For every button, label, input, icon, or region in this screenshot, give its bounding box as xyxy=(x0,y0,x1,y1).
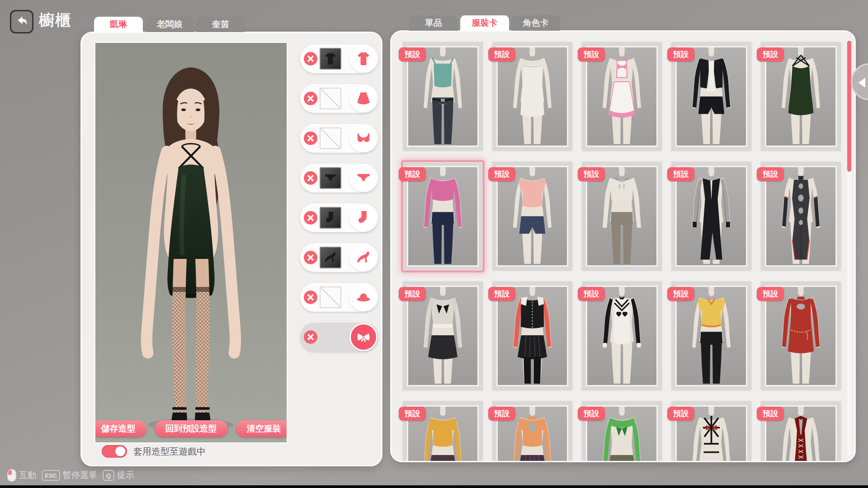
preset-badge: 預設 xyxy=(399,167,426,181)
sock-icon[interactable] xyxy=(349,204,377,232)
outfit-card-9[interactable]: 預設 xyxy=(670,161,752,272)
tab-character-2[interactable]: 奎茵 xyxy=(196,17,245,32)
outfit-card-11[interactable]: 預設 xyxy=(402,281,484,391)
outfit-card-14[interactable]: 預設 xyxy=(670,281,752,391)
remove-skirt-button[interactable] xyxy=(304,92,317,105)
outfit-card-12[interactable]: 預設 xyxy=(491,281,573,391)
remove-top-button[interactable] xyxy=(304,52,317,66)
outfit-card-10[interactable]: 預設 xyxy=(760,161,842,272)
scrollbar-thumb[interactable] xyxy=(847,41,851,172)
slot-panties-thumbnail[interactable] xyxy=(320,167,341,189)
slot-socks[interactable] xyxy=(300,203,378,232)
preset-badge: 預設 xyxy=(578,47,605,61)
scrollbar-track[interactable] xyxy=(847,39,851,455)
tab-wardrobe-0[interactable]: 單品 xyxy=(409,15,458,31)
reset-outfit-button[interactable]: 回到預設造型 xyxy=(155,420,228,437)
remove-hat-button[interactable] xyxy=(304,291,317,304)
preset-badge: 預設 xyxy=(488,407,515,421)
panties-icon[interactable] xyxy=(349,164,377,192)
outfit-card-2[interactable]: 預設 xyxy=(491,41,573,152)
hat-icon[interactable] xyxy=(349,283,377,311)
slot-shoes-thumbnail[interactable] xyxy=(320,247,341,268)
page-title: 櫥櫃 xyxy=(39,10,71,31)
bra-icon[interactable] xyxy=(349,124,377,152)
remove-shoes-button[interactable] xyxy=(304,251,317,264)
character-render xyxy=(95,43,287,442)
slot-accessory[interactable] xyxy=(300,323,378,352)
outfit-card-panel: 預設預設預設預設預設預設預設預設預設預設預設預設預設預設預設預設預設預設預設預設 xyxy=(390,30,856,462)
apply-outfit-toggle[interactable] xyxy=(102,445,127,458)
outfit-card-17[interactable]: 預設 xyxy=(491,400,573,462)
outfit-card-15[interactable]: 預設 xyxy=(760,281,842,391)
heel-icon[interactable] xyxy=(349,244,377,272)
tab-character-1[interactable]: 老闆娘 xyxy=(145,17,194,32)
outfit-actions: 儲存造型 回到預設造型 清空服裝 xyxy=(95,420,287,437)
tshirt-icon[interactable] xyxy=(349,45,377,73)
remove-accessory-button[interactable] xyxy=(304,330,317,344)
bow-icon[interactable] xyxy=(349,323,377,351)
apply-outfit-label: 套用造型至遊戲中 xyxy=(133,446,206,458)
slot-bra[interactable] xyxy=(300,124,378,153)
clear-clothes-button[interactable]: 清空服裝 xyxy=(236,420,288,437)
toggle-knob xyxy=(115,446,125,456)
tab-wardrobe-2[interactable]: 角色卡 xyxy=(511,15,560,31)
outfit-card-grid: 預設預設預設預設預設預設預設預設預設預設預設預設預設預設預設預設預設預設預設預設 xyxy=(402,41,842,462)
slot-shoes[interactable] xyxy=(300,243,378,272)
x-icon xyxy=(307,55,314,62)
outfit-card-20[interactable]: 預設 xyxy=(760,400,842,462)
remove-bra-button[interactable] xyxy=(304,131,317,145)
x-icon xyxy=(307,294,314,301)
preset-badge: 預設 xyxy=(399,47,426,61)
mouse-icon xyxy=(7,469,16,482)
preset-badge: 預設 xyxy=(399,407,426,421)
slot-top-thumbnail[interactable] xyxy=(320,48,341,70)
outfit-card-5[interactable]: 預設 xyxy=(760,41,842,152)
skirt-icon[interactable] xyxy=(349,84,377,113)
slot-hat-thumbnail[interactable] xyxy=(320,286,341,308)
preset-badge: 預設 xyxy=(667,287,694,301)
outfit-card-13[interactable]: 預設 xyxy=(581,281,663,391)
hotkey-bar: 互動ESC暫停選單Q提示 xyxy=(7,469,134,482)
outfit-card-4[interactable]: 預設 xyxy=(670,41,752,152)
outfit-card-7[interactable]: 預設 xyxy=(491,161,573,272)
save-outfit-button[interactable]: 儲存造型 xyxy=(94,420,146,437)
remove-panties-button[interactable] xyxy=(304,171,317,185)
slot-hat[interactable] xyxy=(300,283,378,312)
outfit-card-8[interactable]: 預設 xyxy=(581,161,663,272)
tab-character-0[interactable]: 凱琳 xyxy=(94,17,143,32)
preset-badge: 預設 xyxy=(757,167,784,181)
slot-bra-thumbnail[interactable] xyxy=(320,127,341,149)
hotkey-label: 互動 xyxy=(19,469,36,481)
back-button[interactable] xyxy=(10,10,33,33)
remove-socks-button[interactable] xyxy=(304,211,317,225)
slot-panties[interactable] xyxy=(300,164,378,192)
outfit-card-18[interactable]: 預設 xyxy=(581,400,663,462)
preset-badge: 預設 xyxy=(578,407,605,421)
character-tabs: 凱琳老闆娘奎茵 xyxy=(94,17,245,32)
hotkey-esc: ESC暫停選單 xyxy=(42,469,97,481)
slot-top[interactable] xyxy=(300,44,378,73)
slot-skirt[interactable] xyxy=(300,84,378,113)
outfit-card-16[interactable]: 預設 xyxy=(402,400,484,462)
outfit-card-19[interactable]: 預設 xyxy=(670,400,752,462)
equipment-slots xyxy=(300,44,378,362)
x-icon xyxy=(307,135,314,142)
preset-badge: 預設 xyxy=(757,47,784,61)
outfit-card-3[interactable]: 預設 xyxy=(581,41,663,152)
letterbox-strip xyxy=(0,485,868,488)
slot-socks-thumbnail[interactable] xyxy=(320,207,341,229)
preset-badge: 預設 xyxy=(667,167,694,181)
hotkey-label: 暫停選單 xyxy=(63,469,97,481)
slot-skirt-thumbnail[interactable] xyxy=(320,88,341,109)
chevron-left-icon xyxy=(859,78,865,88)
tab-wardrobe-1[interactable]: 服裝卡 xyxy=(460,15,509,31)
outfit-card-1[interactable]: 預設 xyxy=(402,41,484,152)
preset-badge: 預設 xyxy=(488,167,515,181)
x-icon xyxy=(307,174,314,182)
preset-badge: 預設 xyxy=(488,287,515,301)
hotkey-interact: 互動 xyxy=(7,469,36,482)
preset-badge: 預設 xyxy=(578,167,605,181)
outfit-card-6-selected[interactable]: 預設 xyxy=(402,161,484,272)
hotkey-q: Q提示 xyxy=(103,469,134,481)
preset-badge: 預設 xyxy=(667,47,694,61)
